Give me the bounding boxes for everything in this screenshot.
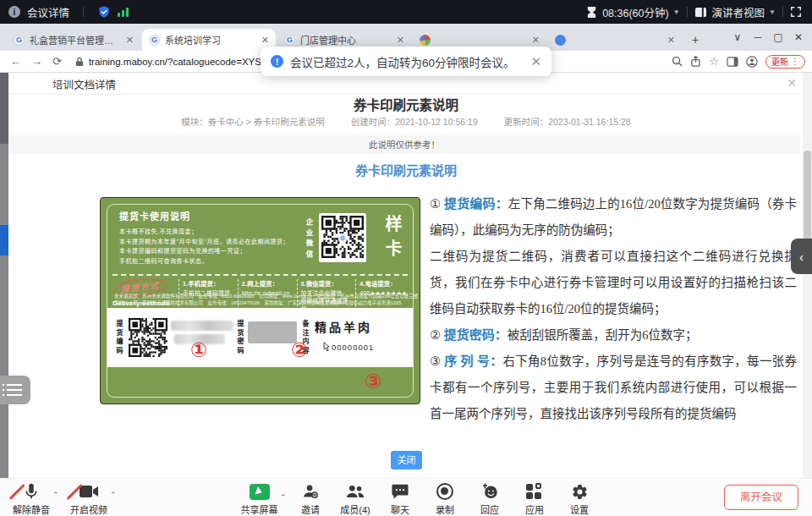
badge-3: ③ [365, 371, 381, 392]
meeting-topbar: i 会议详情 08:36(60分钟) ▼ 演讲者视图 ▼ [0, 0, 812, 24]
modal-close-icon[interactable]: ✕ [787, 76, 797, 90]
notification-close-icon[interactable]: ✕ [530, 54, 541, 69]
record-button[interactable]: 录制 [423, 481, 468, 516]
serial-number: 00000001 [332, 343, 374, 352]
leave-meeting-button[interactable]: 离开会议 [724, 485, 798, 510]
collapse-panel-chevron[interactable]: ‹ [791, 239, 812, 274]
wechat-label: 企业微信 [304, 218, 314, 261]
video-options-caret[interactable]: ⌃ [110, 491, 117, 499]
keyword-serial: 序 列 号： [444, 354, 502, 368]
chat-label: 聊天 [378, 502, 423, 516]
chat-button[interactable]: 聊天 [378, 481, 423, 516]
new-tab-button[interactable]: + [687, 32, 704, 49]
window-minimize-button[interactable]: ─ [748, 29, 768, 46]
share-screen-button[interactable]: 共享屏幕 [237, 481, 282, 516]
method-title: 2.网上提货： [242, 280, 294, 288]
bookmark-star-icon[interactable]: ☆ [709, 55, 719, 68]
settings-label: 设置 [557, 502, 602, 516]
doc-module-breadcrumb: 模块：券卡中心 > 券卡印刷元素说明 [181, 117, 324, 127]
window-restore-button[interactable]: ▢ [768, 29, 788, 46]
view-mode-label[interactable]: 演讲者视图 [712, 4, 765, 20]
share-options-caret[interactable]: ⌃ [280, 493, 287, 516]
close-doc-button[interactable]: 关闭 [391, 451, 422, 469]
browser-tab-1[interactable]: G 礼盒营销平台管理中心 ✕ [7, 29, 140, 51]
reactions-button[interactable]: 回应 [468, 481, 513, 516]
settings-gear-icon [557, 481, 602, 502]
apps-label: 应用 [513, 502, 557, 516]
fineprint-line: 金禾通总部：苏州金禾通软件有限公司 业务专线：0512-68636028 公司网… [114, 293, 394, 299]
forward-icon[interactable]: → [31, 55, 42, 68]
apps-button[interactable]: 应用 [513, 481, 557, 516]
doc-notice-banner: 此说明仅供参考！ [8, 135, 800, 154]
unmute-button[interactable]: 解除静音 [5, 481, 58, 516]
divider [83, 7, 84, 17]
start-video-button[interactable]: 开启视频 [63, 481, 115, 516]
back-icon[interactable]: ← [10, 55, 21, 68]
browser-tab-2-active[interactable]: G 系统培训学习 ✕ [142, 29, 276, 51]
members-button[interactable]: 成员(4) [333, 481, 378, 516]
fullscreen-icon[interactable] [790, 6, 802, 18]
tab-close-icon[interactable]: ✕ [397, 35, 404, 46]
badge-1: ① [190, 340, 207, 360]
card-usage-title: 提货卡使用说明 [119, 209, 289, 222]
tab-close-icon[interactable]: ✕ [261, 35, 269, 46]
pickup-code-label: 提货编码 [114, 320, 123, 355]
share-icon[interactable] [690, 56, 701, 67]
side-panel-icon[interactable] [727, 57, 738, 67]
card-usage-line: 手机拍二维码可查询券卡状态。 [119, 256, 289, 266]
tab-close-icon[interactable]: ✕ [667, 35, 675, 46]
meeting-details-label[interactable]: 会议详情 [27, 4, 69, 20]
invite-button[interactable]: 邀请 [288, 481, 333, 516]
chrome-update-button[interactable]: 更新 ⋮ [765, 55, 805, 69]
paragraph-2: 二维码为提货二维码，消费者可以直接扫这个二维码进行兑换提货，我们在券卡中心进行券… [430, 244, 797, 322]
settings-button[interactable]: 设置 [557, 481, 602, 516]
site-favicon [555, 35, 566, 46]
view-dropdown-icon[interactable]: ▼ [769, 8, 776, 16]
qr-logo: G [338, 233, 347, 242]
tab-close-icon[interactable]: ✕ [532, 35, 540, 46]
scratch-area [248, 321, 297, 343]
record-icon [436, 483, 453, 500]
layout-view-icon [694, 7, 707, 18]
share-screen-icon [250, 484, 270, 500]
card-usage-line: 本卡提货期为本年度"月中旬至"月底，请务必在此期间提货； [119, 237, 289, 247]
tab-title: 系统培训学习 [165, 33, 258, 47]
mic-options-caret[interactable]: ⌃ [52, 491, 59, 499]
reactions-icon [468, 481, 513, 502]
start-video-label: 开启视频 [63, 502, 115, 516]
network-signal-icon[interactable] [118, 7, 129, 17]
timer-dropdown-icon[interactable]: ▼ [673, 8, 680, 16]
kebab-menu-icon[interactable]: ⋮ [791, 57, 799, 66]
apps-icon [526, 483, 543, 500]
paragraph-3: ② 提货密码：被刮刮银所覆盖，刮开为6位数字； [430, 322, 797, 349]
meeting-info-icon[interactable]: i [8, 6, 20, 18]
item-number: ② [430, 328, 444, 342]
card-usage-line: 本卡提货编码和提货密码为兑换的唯一凭证； [119, 246, 289, 256]
keyword-pickup-code: 提货编码： [444, 197, 508, 211]
page-scrollbar[interactable] [803, 73, 812, 478]
tab-close-icon[interactable]: ✕ [126, 35, 134, 46]
method-title: 1.手机提货： [183, 280, 234, 288]
cursor-icon [323, 342, 331, 352]
site-favicon: G [14, 35, 25, 46]
wechat-qr-code: G [319, 213, 366, 262]
reload-icon[interactable]: ⟳ [52, 55, 62, 68]
doc-title: 券卡印刷元素说明 [0, 95, 812, 113]
background-sidebar-sliver [0, 73, 8, 478]
method-title: 3.微信提货： [301, 280, 353, 288]
zoom-page-icon[interactable] [672, 56, 683, 67]
doc-body-text: ① 提货编码：左下角二维码边上的16位/20位数字为提货编码（券卡编码），此编码… [430, 191, 797, 427]
doc-section-title[interactable]: 券卡印刷元素说明 [0, 161, 812, 178]
share-screen-label: 共享屏幕 [237, 502, 282, 516]
window-close-button[interactable]: ✕ [788, 29, 809, 46]
browser-tab-5[interactable]: ✕ [548, 29, 682, 51]
floating-catalog-button[interactable] [0, 376, 30, 404]
security-shield-icon[interactable] [97, 5, 111, 19]
profile-avatar-icon[interactable] [746, 56, 758, 68]
paragraph-1: ① 提货编码：左下角二维码边上的16位/20位数字为提货编码（券卡编码），此编码… [430, 191, 797, 244]
lock-icon[interactable] [75, 57, 84, 67]
card-fineprint: 金禾通总部：苏州金禾通软件有限公司 业务专线：0512-68636028 公司网… [114, 293, 394, 307]
mic-muted-icon [5, 481, 58, 502]
tab-search-icon[interactable]: ∨ [727, 29, 748, 46]
item-number: ① [430, 197, 444, 211]
